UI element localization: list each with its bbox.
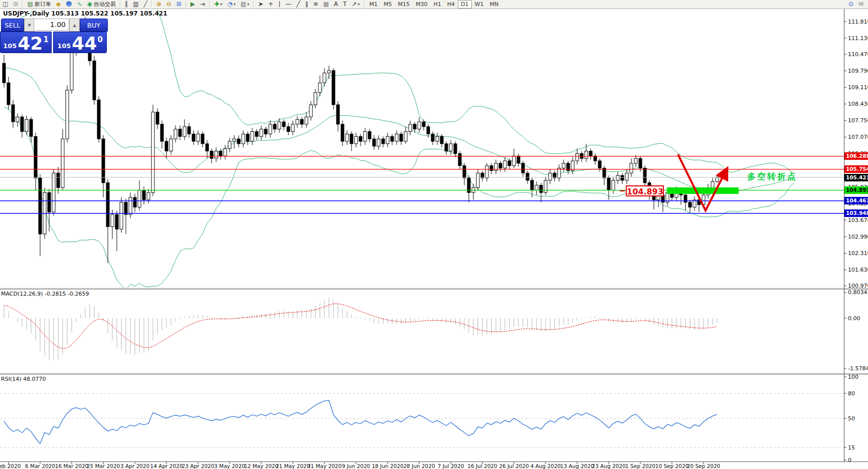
candle <box>625 173 628 180</box>
candle <box>206 144 209 151</box>
rsi-tick: 50 <box>848 415 868 422</box>
candle <box>634 158 637 163</box>
candle <box>404 132 407 141</box>
candle <box>327 71 330 73</box>
candle <box>142 190 145 199</box>
sell-button[interactable]: SELL <box>1 19 24 32</box>
candle <box>449 144 452 151</box>
date-label: 9 Jun 2020 <box>342 463 370 469</box>
price-tick: 100.970 <box>848 283 868 289</box>
candle <box>540 185 543 193</box>
candle <box>48 192 51 212</box>
candle <box>97 100 100 139</box>
candle <box>386 136 389 144</box>
highlight-rectangle[interactable] <box>667 187 739 194</box>
candle <box>174 129 177 139</box>
volume-down-button[interactable]: ▼ <box>24 19 35 32</box>
candle <box>197 134 200 141</box>
date-label: 28 Jun 2020 <box>403 463 435 469</box>
sell-price-panel[interactable]: 105 42 1 <box>0 32 52 53</box>
candle <box>57 173 60 187</box>
price-marker-105.421: 105.421 <box>844 174 868 181</box>
rsi-label: RSI(14) 48.0770 <box>1 376 46 382</box>
date-label: 20 Sep 2020 <box>687 463 721 469</box>
candle <box>643 168 646 183</box>
candle <box>549 173 552 180</box>
candle <box>93 61 96 100</box>
candle <box>616 175 619 180</box>
sell-price-figure: 105 <box>3 42 17 50</box>
candle <box>25 119 28 131</box>
chart-canvas[interactable] <box>0 0 868 469</box>
candle <box>512 156 515 165</box>
candle <box>350 134 353 143</box>
level-label-dash <box>620 190 625 191</box>
price-tick: 110.470 <box>848 51 868 58</box>
candle <box>39 178 42 234</box>
candle <box>345 134 349 141</box>
macd-label: MACD(12,26,9) -0.2815 -0.2659 <box>1 291 89 297</box>
candle <box>287 127 290 132</box>
price-marker-104.461: 104.461 <box>844 197 868 204</box>
candle <box>224 149 227 156</box>
date-label: 14 Apr 2020 <box>150 463 183 469</box>
buy-price-panel[interactable]: 105 44 0 <box>53 32 107 53</box>
date-label: 23 Apr 2020 <box>182 463 215 469</box>
mt-chart-window: ◫⊙▤新订单◆☻∿◉自动交易‖▥╱⊕⊖⊞▶⇥✚▾◔▾▧▾➤+|—╱∥≋▦AT↗▾… <box>0 0 868 469</box>
candle <box>476 173 479 187</box>
candle <box>102 139 105 183</box>
candle <box>188 127 191 134</box>
candle <box>391 136 394 141</box>
candle <box>120 202 123 229</box>
candle <box>179 129 182 137</box>
one-click-trading-widget: SELL ▼ 1.00 ▲ BUY 105 42 1 105 44 0 <box>0 18 107 53</box>
candle <box>66 90 69 139</box>
candle <box>30 119 33 136</box>
candle <box>12 105 15 122</box>
candle <box>260 129 263 137</box>
candle <box>291 124 294 132</box>
candle <box>531 180 534 190</box>
candle <box>111 214 114 226</box>
candle <box>463 166 466 178</box>
date-label: 26 Jul 2020 <box>499 463 529 469</box>
level-label[interactable]: 104.893 <box>626 185 664 196</box>
candle <box>183 127 186 136</box>
chart-title: USDJPY-,Daily 105.313 105.522 105.197 10… <box>3 10 167 17</box>
candle <box>621 175 624 180</box>
candle <box>562 163 565 168</box>
candle <box>368 132 371 139</box>
candle <box>61 139 64 187</box>
candle <box>228 141 231 149</box>
candle <box>341 124 344 141</box>
candle <box>377 139 380 146</box>
candle <box>490 166 493 171</box>
candle <box>7 83 10 105</box>
candle <box>160 124 163 141</box>
price-tick: 111.130 <box>848 35 868 42</box>
macd-tick: -1.5784 <box>848 365 868 372</box>
volume-up-button[interactable]: ▲ <box>69 19 80 32</box>
candle <box>147 192 150 200</box>
candle <box>305 117 308 124</box>
candle <box>594 156 597 161</box>
date-label: 1 Sep 2020 <box>625 463 655 469</box>
price-marker-103.948: 103.948 <box>844 209 868 217</box>
candle <box>323 73 326 83</box>
candle <box>485 166 488 178</box>
date-label: 23 Aug 2020 <box>592 463 625 469</box>
volume-input[interactable]: 1.00 <box>34 19 69 31</box>
candle <box>332 71 335 105</box>
candle <box>413 124 416 129</box>
candle <box>124 202 127 214</box>
annotation-note[interactable]: 多空转折点 <box>747 171 797 182</box>
candle <box>382 139 385 144</box>
candle <box>576 153 579 161</box>
candle <box>165 141 168 151</box>
buy-button[interactable]: BUY <box>80 19 108 32</box>
price-tick: 109.110 <box>848 84 868 91</box>
candle <box>115 214 118 229</box>
candle <box>395 134 398 141</box>
candle <box>151 112 154 193</box>
candle <box>603 168 606 178</box>
